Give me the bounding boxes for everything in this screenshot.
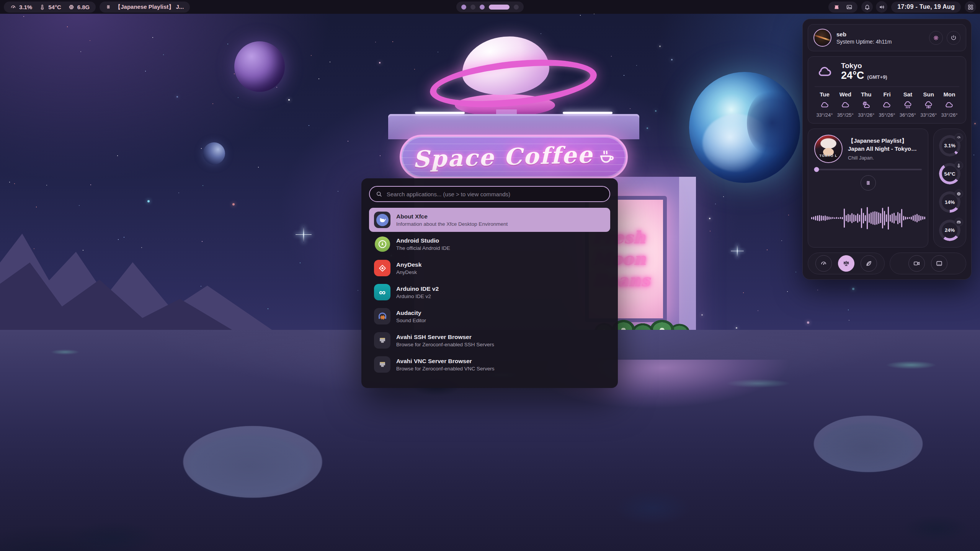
chip-stat: 6.8G (68, 4, 90, 10)
track-artist: Chill Japan. (848, 155, 922, 161)
star (715, 204, 716, 204)
avatar[interactable] (813, 29, 831, 47)
forecast-day-wed: Wed35°/25° (835, 91, 855, 118)
play-pause-button[interactable] (861, 175, 876, 191)
waveform-bar (872, 212, 874, 225)
app-launcher: About XfceInformation about the Xfce Des… (361, 178, 618, 388)
waveform-bar (895, 215, 897, 221)
app-list: About XfceInformation about the Xfce Des… (369, 208, 610, 377)
workspace-dot-1[interactable] (461, 5, 466, 10)
forecast-temps: 35°/25° (837, 112, 854, 118)
app-row[interactable]: Android StudioThe official Android IDE (369, 232, 610, 256)
waveform-bar (834, 217, 835, 219)
gauge-button[interactable] (815, 255, 832, 272)
workspace-dot-5[interactable] (514, 5, 519, 10)
star (659, 46, 661, 47)
pause-icon (865, 180, 871, 186)
user-name: seb (836, 31, 892, 37)
star (203, 185, 203, 186)
star (330, 62, 330, 62)
system-tray (828, 2, 858, 13)
workspace-dot-2[interactable] (470, 5, 475, 10)
star (338, 191, 338, 192)
clock[interactable]: 17:09 - Tue, 19 Aug (891, 2, 961, 13)
app-row[interactable]: AnyDeskAnyDesk (369, 256, 610, 280)
screen-button[interactable] (931, 255, 947, 272)
app-row[interactable]: AudacitySound Editor (369, 304, 610, 328)
star (238, 97, 238, 98)
waveform-bar (915, 215, 916, 222)
video-button[interactable] (908, 255, 925, 272)
star (541, 33, 541, 34)
storm-icon (923, 100, 934, 109)
top-bar-left: 3.1%54°C6.8G 【Japanese Playlist】 J... (4, 2, 190, 13)
waveform-bar (861, 208, 862, 228)
scales-button[interactable] (838, 255, 854, 272)
app-row[interactable]: Avahi SSH Server BrowserBrowse for Zeroc… (369, 328, 610, 352)
forecast-day-label: Wed (840, 91, 851, 98)
progress-bar[interactable] (814, 169, 922, 170)
screen-icon (936, 260, 943, 267)
star (145, 71, 146, 72)
star (807, 321, 809, 324)
app-row[interactable]: About XfceInformation about the Xfce Des… (369, 208, 610, 232)
waveform-bar (922, 216, 923, 220)
waveform-bar (884, 211, 885, 225)
app-name: AnyDesk (396, 261, 421, 268)
arduino-icon: ∞ (374, 284, 390, 300)
settings-button[interactable] (929, 31, 943, 45)
waveform-bar (836, 217, 837, 219)
leaf-button[interactable] (861, 255, 877, 272)
star (848, 310, 849, 310)
forecast-temps: 33°/24° (817, 112, 833, 118)
app-row[interactable]: ∞Arduino IDE v2Arduino IDE v2 (369, 280, 610, 304)
app-row[interactable]: Avahi VNC Server BrowserBrowse for Zeroc… (369, 352, 610, 377)
waveform-bar (874, 211, 875, 225)
star (723, 196, 724, 197)
waveform-bar (880, 213, 881, 223)
album-art[interactable]: TOKYO L (814, 135, 843, 163)
bell-button[interactable] (861, 1, 873, 13)
star (767, 249, 768, 250)
waveform-bar (890, 215, 891, 222)
gauge-stat: 3.1% (10, 4, 32, 10)
waveform-bar (848, 214, 849, 222)
power-icon (950, 34, 957, 41)
app-description: The official Android IDE (396, 245, 450, 251)
disk-icon (954, 218, 963, 227)
app-name: Avahi SSH Server Browser (396, 334, 494, 341)
waveform-bar (905, 217, 906, 220)
star (34, 248, 34, 249)
star (201, 286, 201, 287)
purple-planet (234, 41, 285, 92)
search-bar[interactable] (369, 186, 610, 202)
app-texts: Android StudioThe official Android IDE (396, 237, 450, 251)
power-button[interactable] (947, 31, 960, 45)
speaker-button[interactable] (876, 1, 887, 13)
star (375, 42, 376, 42)
star (36, 207, 37, 207)
progress-knob[interactable] (814, 167, 819, 172)
star-sparkle (296, 227, 312, 243)
tray-image-icon[interactable] (846, 4, 853, 10)
earth-planet (689, 72, 800, 183)
app-texts: AnyDeskAnyDesk (396, 261, 421, 275)
waveform-bar (909, 217, 910, 219)
search-input[interactable] (387, 191, 604, 197)
workspace-dot-3[interactable] (480, 5, 485, 10)
gauge-icon (954, 133, 963, 142)
overview-button[interactable] (965, 1, 976, 13)
star (300, 262, 301, 263)
tray-cat-icon[interactable] (833, 4, 840, 10)
star (90, 40, 90, 41)
star (973, 155, 974, 155)
waveform-bar (846, 215, 847, 221)
neon-sign-text: Space Coffee (412, 141, 593, 173)
workspace-dot-4[interactable] (489, 5, 510, 10)
now-playing-pill[interactable]: 【Japanese Playlist】 J... (100, 2, 190, 13)
bell-icon (864, 4, 871, 10)
waveform-bar (819, 215, 820, 221)
gear-icon (933, 34, 939, 41)
star (630, 108, 630, 109)
panel-footer (808, 253, 966, 274)
